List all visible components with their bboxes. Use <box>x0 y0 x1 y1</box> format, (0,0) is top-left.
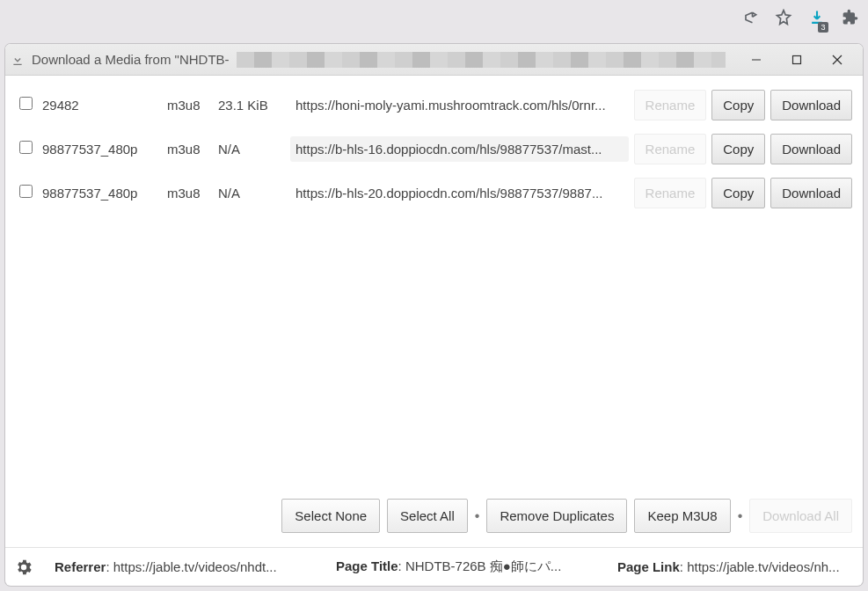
row-checkbox[interactable] <box>19 97 33 110</box>
download-button[interactable]: Download <box>770 178 852 208</box>
extensions-icon[interactable] <box>842 9 859 30</box>
media-size: N/A <box>218 186 290 201</box>
separator-dot: • <box>738 508 743 524</box>
page-link-info: Page Link: https://jable.tv/videos/nh... <box>617 559 854 574</box>
rename-button[interactable]: Rename <box>634 134 707 164</box>
media-ext: m3u8 <box>167 98 218 113</box>
close-button[interactable] <box>817 44 857 76</box>
footer-buttons: Select None Select All • Remove Duplicat… <box>5 490 863 547</box>
download-icon <box>11 53 25 67</box>
media-row: 98877537_480pm3u8N/Ahttps://b-hls-16.dop… <box>11 127 857 171</box>
copy-button[interactable]: Copy <box>711 134 765 164</box>
media-url[interactable]: https://honi-moly-yami.mushroomtrack.com… <box>290 98 629 113</box>
rename-button[interactable]: Rename <box>634 178 707 208</box>
star-icon[interactable] <box>775 9 792 30</box>
copy-button[interactable]: Copy <box>711 178 765 208</box>
row-checkbox[interactable] <box>19 185 33 198</box>
svg-rect-1 <box>793 55 801 63</box>
maximize-button[interactable] <box>777 44 817 76</box>
media-row: 29482m3u823.1 KiBhttps://honi-moly-yami.… <box>11 83 857 127</box>
media-url[interactable]: https://b-hls-16.doppiocdn.com/hls/98877… <box>290 136 629 162</box>
media-ext: m3u8 <box>167 142 218 157</box>
separator-dot: • <box>475 508 480 524</box>
rename-button[interactable]: Rename <box>634 90 707 120</box>
copy-button[interactable]: Copy <box>711 90 765 120</box>
download-all-button[interactable]: Download All <box>749 499 852 533</box>
media-name: 29482 <box>35 98 167 113</box>
row-checkbox[interactable] <box>19 141 33 154</box>
select-none-button[interactable]: Select None <box>281 499 380 533</box>
remove-duplicates-button[interactable]: Remove Duplicates <box>486 499 627 533</box>
download-button[interactable]: Download <box>770 90 852 120</box>
window-title: Download a Media from "NHDTB- <box>32 52 230 67</box>
settings-icon[interactable] <box>14 558 33 577</box>
media-url[interactable]: https://b-hls-20.doppiocdn.com/hls/98877… <box>290 186 629 201</box>
download-window: Download a Media from "NHDTB- 29482m3u82… <box>5 44 863 586</box>
status-bar: Referrer: https://jable.tv/videos/nhdt..… <box>5 547 863 586</box>
media-size: 23.1 KiB <box>218 98 290 113</box>
media-row: 98877537_480pm3u8N/Ahttps://b-hls-20.dop… <box>11 171 857 215</box>
extension-badge: 3 <box>818 22 828 33</box>
referrer-info: Referrer: https://jable.tv/videos/nhdt..… <box>55 559 315 574</box>
select-all-button[interactable]: Select All <box>387 499 468 533</box>
download-button[interactable]: Download <box>770 134 852 164</box>
media-ext: m3u8 <box>167 186 218 201</box>
title-redacted <box>237 52 726 68</box>
media-name: 98877537_480p <box>35 186 167 201</box>
page-title-info: Page Title: NHDTB-726B 痴●師にパ... <box>336 558 596 575</box>
share-icon[interactable] <box>741 9 759 30</box>
browser-toolbar: 3 <box>0 0 868 39</box>
media-name: 98877537_480p <box>35 142 167 157</box>
minimize-button[interactable] <box>736 44 777 76</box>
media-list: 29482m3u823.1 KiBhttps://honi-moly-yami.… <box>5 76 863 490</box>
download-extension-icon[interactable]: 3 <box>808 9 826 30</box>
titlebar: Download a Media from "NHDTB- <box>5 44 863 76</box>
media-size: N/A <box>218 142 290 157</box>
keep-m3u8-button[interactable]: Keep M3U8 <box>634 499 730 533</box>
